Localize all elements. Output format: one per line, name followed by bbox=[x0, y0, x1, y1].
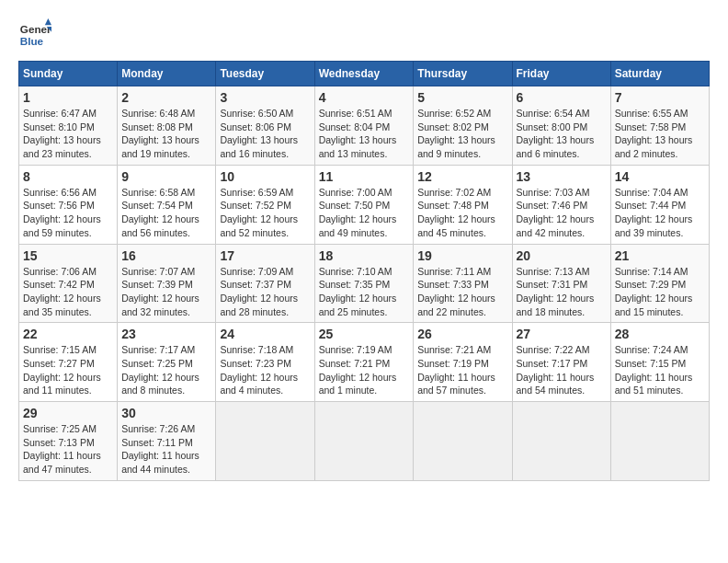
day-number: 21 bbox=[615, 248, 705, 263]
day-number: 13 bbox=[517, 169, 607, 184]
calendar-cell: 12Sunrise: 7:02 AMSunset: 7:48 PMDayligh… bbox=[414, 165, 512, 244]
calendar-cell: 9Sunrise: 6:58 AMSunset: 7:54 PMDaylight… bbox=[118, 165, 216, 244]
col-header-tuesday: Tuesday bbox=[216, 62, 314, 86]
calendar-cell: 30Sunrise: 7:26 AMSunset: 7:11 PMDayligh… bbox=[118, 402, 216, 481]
day-number: 5 bbox=[417, 90, 507, 105]
day-number: 29 bbox=[23, 406, 113, 420]
calendar-cell: 20Sunrise: 7:13 AMSunset: 7:31 PMDayligh… bbox=[512, 244, 610, 323]
day-info: Sunrise: 7:10 AMSunset: 7:35 PMDaylight:… bbox=[319, 265, 410, 319]
day-info: Sunrise: 6:47 AMSunset: 8:10 PMDaylight:… bbox=[23, 107, 113, 161]
col-header-saturday: Saturday bbox=[610, 62, 709, 86]
day-number: 28 bbox=[615, 327, 705, 341]
logo: General Blue bbox=[18, 18, 51, 52]
day-number: 20 bbox=[517, 248, 607, 263]
day-info: Sunrise: 7:14 AMSunset: 7:29 PMDaylight:… bbox=[615, 265, 705, 319]
col-header-sunday: Sunday bbox=[19, 62, 118, 86]
day-number: 27 bbox=[517, 327, 607, 341]
calendar-week-row: 29Sunrise: 7:25 AMSunset: 7:13 PMDayligh… bbox=[19, 402, 710, 481]
day-number: 7 bbox=[615, 90, 705, 105]
calendar-cell bbox=[216, 402, 314, 481]
day-number: 18 bbox=[319, 248, 410, 263]
day-info: Sunrise: 7:26 AMSunset: 7:11 PMDaylight:… bbox=[121, 422, 211, 477]
calendar-cell: 21Sunrise: 7:14 AMSunset: 7:29 PMDayligh… bbox=[610, 244, 709, 323]
day-number: 14 bbox=[615, 169, 705, 184]
calendar-cell: 4Sunrise: 6:51 AMSunset: 8:04 PMDaylight… bbox=[314, 86, 414, 166]
day-info: Sunrise: 7:09 AMSunset: 7:37 PMDaylight:… bbox=[220, 265, 310, 319]
day-number: 1 bbox=[23, 90, 113, 105]
calendar-week-row: 1Sunrise: 6:47 AMSunset: 8:10 PMDaylight… bbox=[19, 86, 710, 166]
day-info: Sunrise: 7:13 AMSunset: 7:31 PMDaylight:… bbox=[517, 265, 607, 319]
day-info: Sunrise: 7:15 AMSunset: 7:27 PMDaylight:… bbox=[23, 343, 113, 397]
col-header-monday: Monday bbox=[118, 62, 216, 86]
day-info: Sunrise: 6:58 AMSunset: 7:54 PMDaylight:… bbox=[121, 186, 211, 240]
day-info: Sunrise: 7:11 AMSunset: 7:33 PMDaylight:… bbox=[417, 265, 507, 319]
day-number: 25 bbox=[319, 327, 410, 341]
day-number: 19 bbox=[417, 248, 507, 263]
calendar-cell: 24Sunrise: 7:18 AMSunset: 7:23 PMDayligh… bbox=[216, 323, 314, 402]
day-number: 2 bbox=[121, 90, 211, 105]
day-number: 22 bbox=[23, 327, 113, 341]
calendar-cell: 10Sunrise: 6:59 AMSunset: 7:52 PMDayligh… bbox=[216, 165, 314, 244]
day-number: 12 bbox=[417, 169, 507, 184]
day-number: 24 bbox=[220, 327, 310, 341]
calendar-cell bbox=[610, 402, 709, 481]
calendar-cell: 23Sunrise: 7:17 AMSunset: 7:25 PMDayligh… bbox=[118, 323, 216, 402]
calendar-cell: 7Sunrise: 6:55 AMSunset: 7:58 PMDaylight… bbox=[610, 86, 709, 166]
day-info: Sunrise: 7:18 AMSunset: 7:23 PMDaylight:… bbox=[220, 343, 310, 397]
calendar-cell: 13Sunrise: 7:03 AMSunset: 7:46 PMDayligh… bbox=[512, 165, 610, 244]
calendar-cell: 2Sunrise: 6:48 AMSunset: 8:08 PMDaylight… bbox=[118, 86, 216, 166]
logo-icon: General Blue bbox=[18, 18, 51, 52]
calendar-week-row: 8Sunrise: 6:56 AMSunset: 7:56 PMDaylight… bbox=[19, 165, 710, 244]
day-info: Sunrise: 6:51 AMSunset: 8:04 PMDaylight:… bbox=[319, 107, 410, 161]
calendar-cell: 29Sunrise: 7:25 AMSunset: 7:13 PMDayligh… bbox=[19, 402, 118, 481]
day-info: Sunrise: 7:03 AMSunset: 7:46 PMDaylight:… bbox=[517, 186, 607, 240]
calendar-cell: 14Sunrise: 7:04 AMSunset: 7:44 PMDayligh… bbox=[610, 165, 709, 244]
calendar-cell: 26Sunrise: 7:21 AMSunset: 7:19 PMDayligh… bbox=[414, 323, 512, 402]
day-info: Sunrise: 7:22 AMSunset: 7:17 PMDaylight:… bbox=[517, 343, 607, 397]
calendar-cell: 27Sunrise: 7:22 AMSunset: 7:17 PMDayligh… bbox=[512, 323, 610, 402]
day-number: 11 bbox=[319, 169, 410, 184]
day-number: 17 bbox=[220, 248, 310, 263]
calendar-week-row: 22Sunrise: 7:15 AMSunset: 7:27 PMDayligh… bbox=[19, 323, 710, 402]
calendar-cell: 6Sunrise: 6:54 AMSunset: 8:00 PMDaylight… bbox=[512, 86, 610, 166]
day-number: 3 bbox=[220, 90, 310, 105]
day-info: Sunrise: 7:21 AMSunset: 7:19 PMDaylight:… bbox=[417, 343, 507, 397]
day-info: Sunrise: 7:25 AMSunset: 7:13 PMDaylight:… bbox=[23, 422, 113, 477]
svg-text:Blue: Blue bbox=[20, 35, 44, 47]
calendar-cell: 17Sunrise: 7:09 AMSunset: 7:37 PMDayligh… bbox=[216, 244, 314, 323]
calendar-table: SundayMondayTuesdayWednesdayThursdayFrid… bbox=[18, 61, 710, 481]
day-number: 9 bbox=[121, 169, 211, 184]
calendar-cell: 3Sunrise: 6:50 AMSunset: 8:06 PMDaylight… bbox=[216, 86, 314, 166]
day-number: 8 bbox=[23, 169, 113, 184]
day-info: Sunrise: 7:04 AMSunset: 7:44 PMDaylight:… bbox=[615, 186, 705, 240]
day-info: Sunrise: 6:52 AMSunset: 8:02 PMDaylight:… bbox=[417, 107, 507, 161]
page-header: General Blue bbox=[18, 18, 710, 52]
day-info: Sunrise: 6:55 AMSunset: 7:58 PMDaylight:… bbox=[615, 107, 705, 161]
calendar-cell: 15Sunrise: 7:06 AMSunset: 7:42 PMDayligh… bbox=[19, 244, 118, 323]
calendar-cell: 18Sunrise: 7:10 AMSunset: 7:35 PMDayligh… bbox=[314, 244, 414, 323]
day-info: Sunrise: 7:02 AMSunset: 7:48 PMDaylight:… bbox=[417, 186, 507, 240]
day-info: Sunrise: 7:07 AMSunset: 7:39 PMDaylight:… bbox=[121, 265, 211, 319]
calendar-cell: 19Sunrise: 7:11 AMSunset: 7:33 PMDayligh… bbox=[414, 244, 512, 323]
calendar-header-row: SundayMondayTuesdayWednesdayThursdayFrid… bbox=[19, 62, 710, 86]
day-info: Sunrise: 7:06 AMSunset: 7:42 PMDaylight:… bbox=[23, 265, 113, 319]
col-header-thursday: Thursday bbox=[414, 62, 512, 86]
day-info: Sunrise: 6:48 AMSunset: 8:08 PMDaylight:… bbox=[121, 107, 211, 161]
calendar-cell: 25Sunrise: 7:19 AMSunset: 7:21 PMDayligh… bbox=[314, 323, 414, 402]
day-number: 4 bbox=[319, 90, 410, 105]
calendar-cell: 5Sunrise: 6:52 AMSunset: 8:02 PMDaylight… bbox=[414, 86, 512, 166]
day-info: Sunrise: 7:19 AMSunset: 7:21 PMDaylight:… bbox=[319, 343, 410, 397]
calendar-cell bbox=[512, 402, 610, 481]
svg-marker-2 bbox=[45, 18, 51, 25]
calendar-cell: 16Sunrise: 7:07 AMSunset: 7:39 PMDayligh… bbox=[118, 244, 216, 323]
day-info: Sunrise: 6:54 AMSunset: 8:00 PMDaylight:… bbox=[517, 107, 607, 161]
col-header-wednesday: Wednesday bbox=[314, 62, 414, 86]
day-info: Sunrise: 6:56 AMSunset: 7:56 PMDaylight:… bbox=[23, 186, 113, 240]
day-number: 30 bbox=[121, 406, 211, 420]
day-number: 23 bbox=[121, 327, 211, 341]
calendar-cell: 11Sunrise: 7:00 AMSunset: 7:50 PMDayligh… bbox=[314, 165, 414, 244]
calendar-cell: 28Sunrise: 7:24 AMSunset: 7:15 PMDayligh… bbox=[610, 323, 709, 402]
col-header-friday: Friday bbox=[512, 62, 610, 86]
day-info: Sunrise: 7:17 AMSunset: 7:25 PMDaylight:… bbox=[121, 343, 211, 397]
calendar-cell: 8Sunrise: 6:56 AMSunset: 7:56 PMDaylight… bbox=[19, 165, 118, 244]
